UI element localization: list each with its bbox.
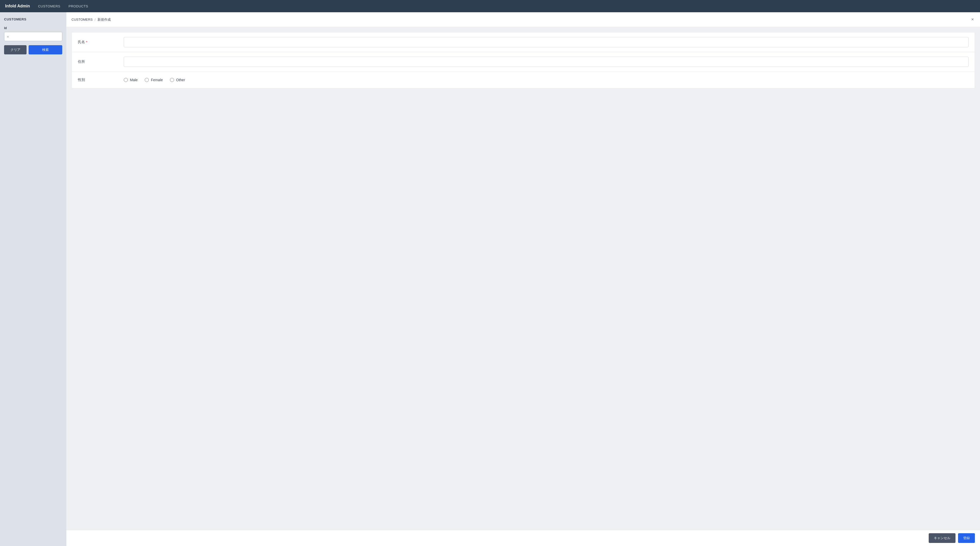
modal-body: 氏名 * 住所 — [66, 27, 980, 530]
cancel-button[interactable]: キャンセル — [929, 533, 956, 543]
name-field — [124, 37, 969, 47]
main-layout: CUSTOMERS Id クリア 検索 ID 1 — [0, 12, 980, 546]
modal-footer: キャンセル 登録 — [66, 530, 980, 546]
nav-item-customers[interactable]: CUSTOMERS — [38, 4, 60, 8]
search-button[interactable]: 検索 — [29, 45, 62, 54]
radio-option-male[interactable]: Male — [124, 78, 138, 82]
filter-id-input[interactable] — [7, 35, 59, 38]
top-navigation: Infold Admin CUSTOMERS PRODUCTS — [0, 0, 980, 12]
sidebar-title: CUSTOMERS — [4, 18, 62, 21]
modal-close-button[interactable]: × — [970, 16, 975, 23]
breadcrumb-separator: / — [95, 18, 96, 21]
radio-option-other[interactable]: Other — [170, 78, 185, 82]
radio-female[interactable] — [145, 78, 149, 82]
breadcrumb-link[interactable]: CUSTOMERS — [72, 18, 93, 21]
gender-field: Male Female Other — [124, 78, 969, 82]
breadcrumb-current: 新規作成 — [97, 18, 111, 22]
modal: CUSTOMERS / 新規作成 × 氏名 * — [66, 12, 980, 546]
radio-other-label: Other — [176, 78, 185, 82]
modal-overlay: CUSTOMERS / 新規作成 × 氏名 * — [66, 12, 980, 546]
required-mark: * — [86, 40, 87, 44]
radio-male[interactable] — [124, 78, 128, 82]
app-brand: Infold Admin — [5, 4, 30, 8]
address-label: 住所 — [78, 59, 124, 64]
radio-group-gender: Male Female Other — [124, 78, 969, 82]
register-button[interactable]: 登録 — [958, 533, 975, 543]
modal-header: CUSTOMERS / 新規作成 × — [66, 12, 980, 27]
radio-female-label: Female — [151, 78, 163, 82]
radio-male-label: Male — [130, 78, 138, 82]
filter-id-input-wrapper[interactable] — [4, 32, 62, 41]
clear-button[interactable]: クリア — [4, 45, 27, 54]
content-area: ID 1 2 1 - 2 of 2 — [66, 12, 980, 546]
breadcrumb: CUSTOMERS / 新規作成 — [72, 18, 111, 22]
form-row-gender: 性別 Male Female — [72, 72, 975, 88]
filter-id-label: Id — [4, 26, 62, 30]
form-section: 氏名 * 住所 — [72, 32, 975, 88]
sidebar: CUSTOMERS Id クリア 検索 — [0, 12, 66, 546]
form-row-address: 住所 — [72, 52, 975, 72]
radio-option-female[interactable]: Female — [145, 78, 163, 82]
nav-item-products[interactable]: PRODUCTS — [68, 4, 88, 8]
radio-other[interactable] — [170, 78, 174, 82]
form-row-name: 氏名 * — [72, 32, 975, 52]
address-input[interactable] — [124, 57, 969, 67]
filter-actions: クリア 検索 — [4, 45, 62, 54]
name-label: 氏名 * — [78, 40, 124, 45]
gender-label: 性別 — [78, 78, 124, 82]
name-input[interactable] — [124, 37, 969, 47]
address-field — [124, 57, 969, 67]
